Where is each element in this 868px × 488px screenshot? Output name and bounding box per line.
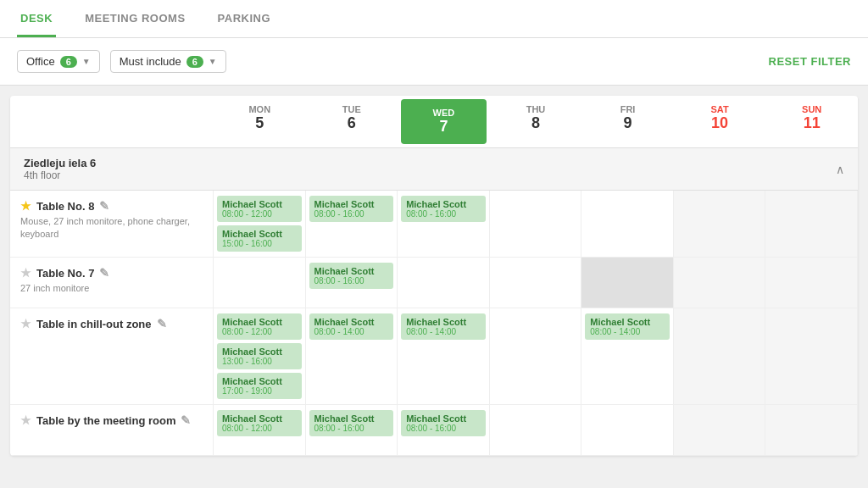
booking-time: 08:00 - 16:00 <box>314 276 389 286</box>
booking-time: 08:00 - 12:00 <box>222 327 297 336</box>
booking[interactable]: Michael Scott 08:00 - 16:00 <box>309 410 394 436</box>
table-chill-wed: Michael Scott 08:00 - 14:00 <box>398 308 490 404</box>
section-header: Ziedleju iela 6 4th floor ∧ <box>10 148 858 191</box>
table-row: ★ Table No. 8 ✎ Mouse, 27 inch monitore,… <box>10 191 858 258</box>
booking[interactable]: Michael Scott 08:00 - 12:00 <box>217 196 302 222</box>
table-7-sun <box>765 258 858 308</box>
office-filter-arrow: ▼ <box>82 57 91 66</box>
star-icon-empty[interactable]: ★ <box>20 413 31 427</box>
table-meeting-name: ★ Table by the meeting room ✎ <box>20 413 203 427</box>
top-navigation: DESK MEETING ROOMS PARKING <box>0 0 868 38</box>
booking-name: Michael Scott <box>314 266 389 276</box>
day-num-mon: 5 <box>220 114 299 132</box>
booking[interactable]: Michael Scott 08:00 - 14:00 <box>401 313 486 340</box>
booking-name: Michael Scott <box>222 376 297 386</box>
booking-name: Michael Scott <box>314 413 389 424</box>
booking[interactable]: Michael Scott 08:00 - 16:00 <box>309 196 394 222</box>
table-meeting-sun <box>765 405 858 455</box>
table-chill-info: ★ Table in chill-out zone ✎ <box>10 308 214 404</box>
collapse-button[interactable]: ∧ <box>836 163 844 176</box>
booking[interactable]: Michael Scott 15:00 - 16:00 <box>217 225 302 252</box>
star-icon-filled[interactable]: ★ <box>20 199 31 213</box>
table-7-sat <box>674 258 766 308</box>
day-name-tue: TUE <box>313 104 392 114</box>
table-7-label: Table No. 7 <box>36 267 94 280</box>
table-7-info: ★ Table No. 7 ✎ 27 inch monitore <box>10 258 214 308</box>
booking-time: 08:00 - 14:00 <box>406 327 481 336</box>
table-chill-thu <box>490 308 582 404</box>
day-num-thu: 8 <box>497 114 576 132</box>
booking[interactable]: Michael Scott 08:00 - 16:00 <box>401 196 486 222</box>
table-8-fri <box>581 191 674 257</box>
booking-time: 08:00 - 12:00 <box>222 209 297 219</box>
tab-parking[interactable]: PARKING <box>214 0 274 37</box>
star-icon-empty[interactable]: ★ <box>20 266 31 280</box>
table-7-wed <box>398 258 490 308</box>
booking-time: 08:00 - 16:00 <box>314 424 389 433</box>
table-8-sat <box>674 191 766 257</box>
office-filter-button[interactable]: Office 6 ▼ <box>17 50 100 73</box>
booking[interactable]: Michael Scott 13:00 - 16:00 <box>217 343 302 369</box>
star-icon-empty[interactable]: ★ <box>20 317 31 330</box>
section-info: Ziedleju iela 6 4th floor <box>24 157 96 181</box>
booking-name: Michael Scott <box>314 199 389 209</box>
day-name-thu: THU <box>497 104 576 114</box>
table-7-thu <box>490 258 582 308</box>
edit-icon[interactable]: ✎ <box>157 317 167 330</box>
booking-name: Michael Scott <box>222 229 297 239</box>
day-num-fri: 9 <box>588 114 667 132</box>
table-chill-sun <box>765 308 858 404</box>
booking-name: Michael Scott <box>222 199 297 209</box>
table-7-name: ★ Table No. 7 ✎ <box>20 266 203 280</box>
table-meeting-thu <box>490 405 582 455</box>
booking[interactable]: Michael Scott 08:00 - 16:00 <box>401 410 486 436</box>
office-filter-badge: 6 <box>60 56 77 68</box>
booking-name: Michael Scott <box>222 413 297 424</box>
edit-icon[interactable]: ✎ <box>99 199 109 213</box>
booking-time: 08:00 - 16:00 <box>406 209 481 219</box>
booking-time: 08:00 - 16:00 <box>314 209 389 219</box>
edit-icon[interactable]: ✎ <box>181 413 191 427</box>
must-include-filter-arrow: ▼ <box>209 57 217 66</box>
booking[interactable]: Michael Scott 08:00 - 16:00 <box>309 263 394 289</box>
booking-time: 08:00 - 16:00 <box>406 424 481 433</box>
booking[interactable]: Michael Scott 08:00 - 12:00 <box>217 410 302 436</box>
table-meeting-label: Table by the meeting room <box>36 414 175 427</box>
table-meeting-tue: Michael Scott 08:00 - 16:00 <box>306 405 398 455</box>
day-header-fri: FRI 9 <box>581 96 674 147</box>
table-8-wed: Michael Scott 08:00 - 16:00 <box>398 191 490 257</box>
day-name-fri: FRI <box>588 104 667 114</box>
booking[interactable]: Michael Scott 08:00 - 14:00 <box>309 313 394 340</box>
tab-desk[interactable]: DESK <box>17 0 56 37</box>
day-header-wed: WED 7 <box>401 99 487 144</box>
table-meeting-fri <box>581 405 674 455</box>
booking-time: 17:00 - 19:00 <box>222 386 297 396</box>
tab-meeting-rooms[interactable]: MEETING ROOMS <box>81 0 188 37</box>
office-filter-label: Office <box>26 55 55 68</box>
table-8-info: ★ Table No. 8 ✎ Mouse, 27 inch monitore,… <box>10 191 214 257</box>
booking[interactable]: Michael Scott 17:00 - 19:00 <box>217 373 302 399</box>
table-8-label: Table No. 8 <box>36 200 94 213</box>
day-num-wed: 7 <box>408 118 480 136</box>
table-7-tue: Michael Scott 08:00 - 16:00 <box>306 258 398 308</box>
reset-filter-button[interactable]: RESET FILTER <box>769 55 851 68</box>
table-row: ★ Table No. 7 ✎ 27 inch monitore Michael… <box>10 258 858 308</box>
must-include-filter-button[interactable]: Must include 6 ▼ <box>110 50 226 73</box>
booking-time: 13:00 - 16:00 <box>222 357 297 366</box>
booking[interactable]: Michael Scott 08:00 - 14:00 <box>585 313 670 340</box>
edit-icon[interactable]: ✎ <box>99 266 109 280</box>
booking-name: Michael Scott <box>406 199 481 209</box>
day-name-sat: SAT <box>681 104 760 114</box>
table-chill-name: ★ Table in chill-out zone ✎ <box>20 317 203 330</box>
table-chill-sat <box>674 308 766 404</box>
booking[interactable]: Michael Scott 08:00 - 12:00 <box>217 313 302 340</box>
table-chill-fri: Michael Scott 08:00 - 14:00 <box>581 308 674 404</box>
booking-name: Michael Scott <box>590 317 665 327</box>
table-row: ★ Table in chill-out zone ✎ Michael Scot… <box>10 308 858 405</box>
booking-name: Michael Scott <box>406 413 481 424</box>
table-8-thu <box>490 191 582 257</box>
calendar-container: MON 5 TUE 6 WED 7 THU 8 FRI 9 SAT 10 SUN… <box>10 96 858 456</box>
booking-time: 08:00 - 14:00 <box>590 327 665 336</box>
table-8-tue: Michael Scott 08:00 - 16:00 <box>306 191 398 257</box>
table-row: ★ Table by the meeting room ✎ Michael Sc… <box>10 405 858 456</box>
